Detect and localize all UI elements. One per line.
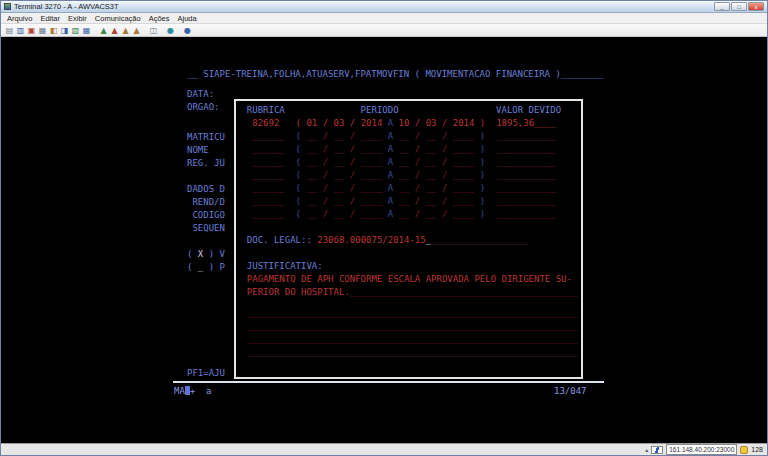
periodo-end-field[interactable]: __ / __ / ____: [393, 170, 480, 180]
rubrica-field[interactable]: ______: [236, 183, 296, 193]
valor-devido-field[interactable]: ___________: [496, 157, 556, 167]
app-icon: [4, 3, 11, 10]
window-title: Terminal 3270 - A - AWVACS3T: [14, 2, 714, 11]
doc-legal-field-tail[interactable]: __________________: [431, 235, 529, 245]
display-setup-icon[interactable]: ◫: [148, 25, 159, 36]
option-p-label: ) P: [203, 262, 225, 272]
statusbar-overflow-arrow[interactable]: ▴: [645, 446, 648, 453]
valor-devido-field[interactable]: ___________: [496, 144, 556, 154]
rubrica-row-empty[interactable]: ______ ( __ / __ / ____ A __ / __ / ____…: [236, 130, 581, 143]
oia-keyboard-status: + a: [190, 386, 212, 396]
download-icon[interactable]: ▲: [131, 25, 142, 36]
doc-legal-label: DOC. LEGAL::: [236, 235, 317, 245]
rubrica-field[interactable]: ______: [236, 209, 296, 219]
rubrica-field[interactable]: ______: [236, 144, 296, 154]
rubrica-row-empty[interactable]: ______ ( __ / __ / ____ A __ / __ / ____…: [236, 143, 581, 156]
terminal-3270-window: Terminal 3270 - A - AWVACS3T _ □ x Arqui…: [0, 0, 768, 456]
menu-bar: Arquivo Editar Exibir Comunicação Ações …: [1, 13, 767, 24]
justificativa-empty-line[interactable]: ________________________________________…: [236, 333, 581, 346]
cut-icon[interactable]: ▦: [37, 25, 48, 36]
periodo-start-field[interactable]: __ / __ / ____: [301, 209, 388, 219]
valor-devido-field[interactable]: ___________: [496, 209, 556, 219]
menu-arquivo[interactable]: Arquivo: [3, 14, 36, 23]
screen-title-line: __ SIAPE-TREINA,FOLHA,ATUASERV,FPATMOVFI…: [187, 68, 604, 81]
valor-devido-field[interactable]: ___________: [496, 131, 556, 141]
doc-legal-value[interactable]: 23068.000075/2014-15: [317, 235, 425, 245]
periodo-start-field[interactable]: __ / __ / ____: [301, 157, 388, 167]
open-session-icon[interactable]: ▥: [15, 25, 26, 36]
refresh-icon[interactable]: ●: [165, 25, 176, 36]
movimentacao-popup-window: RUBRICA PERIODO VALOR DEVIDO 82692 ( 01 …: [234, 99, 583, 379]
menu-exibir[interactable]: Exibir: [64, 14, 91, 23]
oia-system-status: MA: [174, 386, 185, 396]
save-session-icon[interactable]: ▣: [26, 25, 37, 36]
encryption-lock-icon: [740, 446, 748, 454]
label-reg-juridico: REG. JU: [187, 157, 225, 170]
close-button[interactable]: x: [748, 2, 764, 11]
justificativa-text-line1[interactable]: PAGAMENTO DE APH CONFORME ESCALA APROVAD…: [236, 273, 581, 286]
minimize-button[interactable]: _: [714, 2, 730, 11]
periodo-end-field[interactable]: __ / __ / ____: [393, 131, 480, 141]
periodo-end-field[interactable]: __ / __ / ____: [393, 183, 480, 193]
restore-button[interactable]: □: [731, 2, 747, 11]
new-session-icon[interactable]: ▤: [4, 25, 15, 36]
periodo-start-field[interactable]: __ / __ / ____: [301, 170, 388, 180]
title-bar[interactable]: Terminal 3270 - A - AWVACS3T _ □ x: [1, 1, 767, 13]
copy-icon[interactable]: ◧: [48, 25, 59, 36]
rubrica-field[interactable]: ______: [236, 196, 296, 206]
periodo-start-value[interactable]: ( 01 / 03 / 2014: [296, 118, 388, 128]
periodo-end-field[interactable]: __ / __ / ____: [393, 209, 480, 219]
rubrica-field[interactable]: ______: [236, 131, 296, 141]
periodo-end-field[interactable]: __ / __ / ____: [393, 144, 480, 154]
menu-comunicacao[interactable]: Comunicação: [91, 14, 145, 23]
rubrica-row-empty[interactable]: ______ ( __ / __ / ____ A __ / __ / ____…: [236, 195, 581, 208]
doc-legal-row[interactable]: DOC. LEGAL:: 23068.000075/2014-15_______…: [236, 234, 581, 247]
justificativa-field-tail[interactable]: ________________________________________…: [350, 287, 578, 297]
valor-devido-field[interactable]: ___________: [496, 196, 556, 206]
justificativa-empty-line[interactable]: ________________________________________…: [236, 307, 581, 320]
upload-icon[interactable]: ▲: [120, 25, 131, 36]
periodo-start-field[interactable]: __ / __ / ____: [301, 131, 388, 141]
receive-file-icon[interactable]: ▲: [109, 25, 120, 36]
justificativa-empty-line[interactable]: ________________________________________…: [236, 346, 581, 359]
rubrica-row-empty[interactable]: ______ ( __ / __ / ____ A __ / __ / ____…: [236, 208, 581, 221]
valor-devido-field[interactable]: ___________: [496, 170, 556, 180]
menu-ajuda[interactable]: Ajuda: [174, 14, 201, 23]
rubrica-row-empty[interactable]: ______ ( __ / __ / ____ A __ / __ / ____…: [236, 169, 581, 182]
option-v-row[interactable]: ( X ) V: [187, 248, 225, 261]
valor-devido-value[interactable]: 1895,36____: [496, 118, 556, 128]
connection-status-icon: [651, 446, 663, 454]
rubrica-row-filled[interactable]: 82692 ( 01 / 03 / 2014 A 10 / 03 / 2014 …: [236, 117, 581, 130]
grid-icon[interactable]: ▦: [81, 25, 92, 36]
print-icon[interactable]: ▧: [70, 25, 81, 36]
cursor-position-indicator: 13/047: [554, 385, 587, 398]
periodo-start-field[interactable]: __ / __ / ____: [301, 183, 388, 193]
rubrica-row-empty[interactable]: ______ ( __ / __ / ____ A __ / __ / ____…: [236, 182, 581, 195]
label-orgao: ORGAO:: [187, 101, 220, 114]
rubrica-field[interactable]: ______: [236, 170, 296, 180]
periodo-end-value[interactable]: 10 / 03 / 2014 ): [393, 118, 485, 128]
rubrica-row-empty[interactable]: ______ ( __ / __ / ____ A __ / __ / ____…: [236, 156, 581, 169]
periodo-start-field[interactable]: __ / __ / ____: [301, 196, 388, 206]
label-rendimento: REND/D: [187, 196, 225, 209]
option-v-label: ) V: [203, 249, 225, 259]
label-codigo: CODIGO: [187, 209, 225, 222]
periodo-end-field[interactable]: __ / __ / ____: [393, 157, 480, 167]
help-globe-icon[interactable]: ●: [182, 25, 193, 36]
option-v-paren-open: (: [187, 249, 198, 259]
send-file-icon[interactable]: ▲: [98, 25, 109, 36]
menu-acoes[interactable]: Ações: [145, 14, 174, 23]
popup-column-headers: RUBRICA PERIODO VALOR DEVIDO: [236, 104, 581, 117]
menu-editar[interactable]: Editar: [36, 14, 64, 23]
periodo-start-field[interactable]: __ / __ / ____: [301, 144, 388, 154]
option-p-row[interactable]: ( _ ) P: [187, 261, 225, 274]
paste-icon[interactable]: ◨: [59, 25, 70, 36]
periodo-end-field[interactable]: __ / __ / ____: [393, 196, 480, 206]
rubrica-field[interactable]: ______: [236, 157, 296, 167]
terminal-screen[interactable]: __ SIAPE-TREINA,FOLHA,ATUASERV,FPATMOVFI…: [1, 38, 767, 443]
rubrica-value[interactable]: 82692: [236, 118, 296, 128]
valor-devido-field[interactable]: ___________: [496, 183, 556, 193]
spacer-line: [236, 221, 581, 234]
justificativa-empty-line[interactable]: ________________________________________…: [236, 320, 581, 333]
justificativa-text-line2[interactable]: PERIOR DO HOSPITAL._____________________…: [236, 286, 581, 299]
